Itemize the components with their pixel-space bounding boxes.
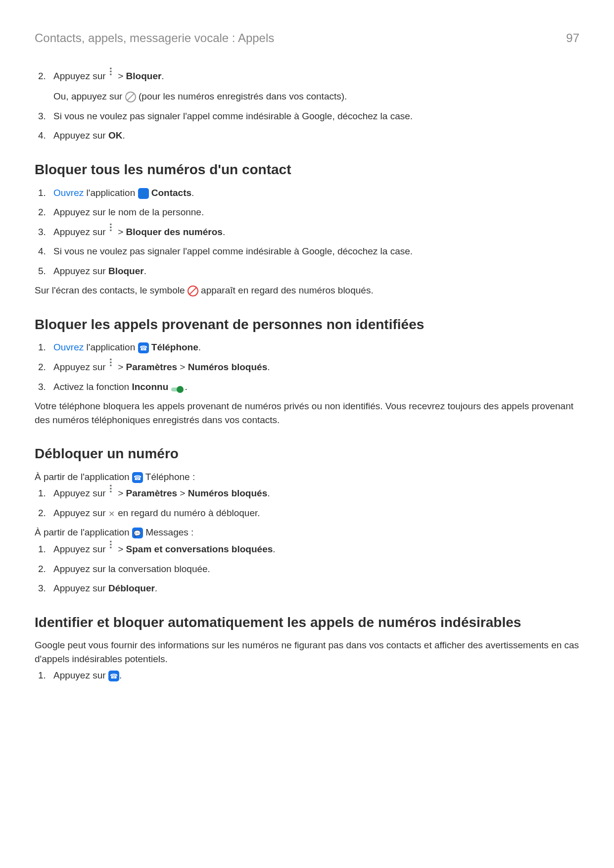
list-item: Appuyez sur la conversation bloquée. <box>48 562 579 576</box>
list-item: Appuyez sur le nom de la personne. <box>48 205 579 219</box>
more-icon <box>108 544 115 555</box>
steps-list: Appuyez sur > Bloquer. Ou, appuyez sur (… <box>35 69 579 143</box>
page-header: Contacts, appels, messagerie vocale : Ap… <box>35 30 579 47</box>
close-icon <box>108 508 115 519</box>
section-heading: Bloquer tous les numéros d'un contact <box>35 160 579 180</box>
more-icon <box>108 362 115 373</box>
list-item: Ouvrez l'application Contacts. <box>48 186 579 200</box>
phone-app-icon <box>138 342 149 353</box>
section-heading: Bloquer les appels provenant de personne… <box>35 315 579 335</box>
phone-app-icon <box>132 472 143 483</box>
block-icon <box>125 92 136 102</box>
paragraph: À partir de l'application Messages : <box>35 526 579 539</box>
phone-app-icon <box>108 671 119 681</box>
steps-list: Ouvrez l'application Contacts. Appuyez s… <box>35 186 579 278</box>
steps-list: Appuyez sur . <box>35 669 579 682</box>
page-number: 97 <box>566 30 579 47</box>
more-icon <box>108 227 115 238</box>
contacts-app-icon <box>138 188 149 199</box>
steps-list: Appuyez sur > Paramètres > Numéros bloqu… <box>35 486 579 520</box>
paragraph: Google peut vous fournir des information… <box>35 638 579 666</box>
blocked-icon <box>188 286 198 296</box>
list-item: Si vous ne voulez pas signaler l'appel c… <box>48 109 579 123</box>
steps-list: Appuyez sur > Spam et conversations bloq… <box>35 542 579 595</box>
list-item: Appuyez sur en regard du numéro à débloq… <box>48 506 579 520</box>
more-icon <box>108 488 115 499</box>
list-item: Ouvrez l'application Téléphone. <box>48 340 579 354</box>
list-item: Appuyez sur OK. <box>48 129 579 143</box>
list-item: Appuyez sur > Bloquer des numéros. <box>48 225 579 239</box>
section-heading: Débloquer un numéro <box>35 444 579 464</box>
list-item: Appuyez sur Débloquer. <box>48 581 579 595</box>
list-item: Appuyez sur Bloquer. <box>48 264 579 278</box>
section-heading: Identifier et bloquer automatiquement le… <box>35 613 579 633</box>
toggle-on-icon <box>171 382 185 393</box>
list-item: Appuyez sur > Spam et conversations bloq… <box>48 542 579 556</box>
more-icon <box>108 71 115 82</box>
paragraph: Sur l'écran des contacts, le symbole app… <box>35 284 579 297</box>
sub-paragraph: Ou, appuyez sur (pour les numéros enregi… <box>53 90 579 103</box>
svg-point-1 <box>177 386 184 393</box>
steps-list: Ouvrez l'application Téléphone. Appuyez … <box>35 340 579 393</box>
list-item: Activez la fonction Inconnu . <box>48 380 579 394</box>
list-item: Si vous ne voulez pas signaler l'appel c… <box>48 244 579 258</box>
list-item: Appuyez sur > Bloquer. Ou, appuyez sur (… <box>48 69 579 103</box>
open-link[interactable]: Ouvrez <box>53 342 84 352</box>
list-item: Appuyez sur . <box>48 669 579 682</box>
messages-app-icon <box>132 528 143 538</box>
open-link[interactable]: Ouvrez <box>53 188 84 198</box>
paragraph: Votre téléphone bloquera les appels prov… <box>35 399 579 427</box>
list-item: Appuyez sur > Paramètres > Numéros bloqu… <box>48 486 579 500</box>
list-item: Appuyez sur > Paramètres > Numéros bloqu… <box>48 360 579 374</box>
breadcrumb: Contacts, appels, messagerie vocale : Ap… <box>35 30 274 47</box>
paragraph: À partir de l'application Téléphone : <box>35 470 579 484</box>
